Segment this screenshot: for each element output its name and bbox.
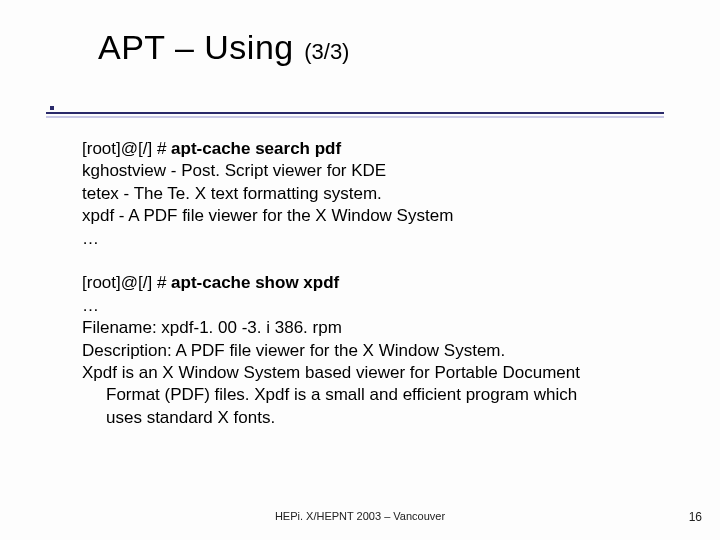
command-text: apt-cache search pdf — [171, 139, 341, 158]
slide-title-wrap: APT – Using (3/3) — [98, 28, 349, 67]
slide-body: [root]@[/] # apt-cache search pdf kghost… — [82, 138, 672, 451]
output-line: Description: A PDF file viewer for the X… — [82, 340, 672, 362]
output-line: xpdf - A PDF file viewer for the X Windo… — [82, 205, 672, 227]
output-line: Format (PDF) files. Xpdf is a small and … — [82, 384, 672, 406]
title-rule — [46, 112, 664, 118]
slide-footer: HEPi. X/HEPNT 2003 – Vancouver — [0, 510, 720, 522]
bullet-icon — [50, 106, 54, 110]
output-line: Filename: xpdf-1. 00 -3. i 386. rpm — [82, 317, 672, 339]
command-text: apt-cache show xpdf — [171, 273, 339, 292]
page-number: 16 — [689, 510, 702, 524]
code-block-2: [root]@[/] # apt-cache show xpdf … Filen… — [82, 272, 672, 429]
output-line: Xpdf is an X Window System based viewer … — [82, 362, 672, 384]
output-line: tetex - The Te. X text formatting system… — [82, 183, 672, 205]
prompt-text: [root]@[/] # — [82, 139, 171, 158]
output-line: kghostview - Post. Script viewer for KDE — [82, 160, 672, 182]
code-block-1: [root]@[/] # apt-cache search pdf kghost… — [82, 138, 672, 250]
prompt-text: [root]@[/] # — [82, 273, 171, 292]
output-line: … — [82, 295, 672, 317]
slide-title: APT – Using — [98, 28, 294, 66]
output-line: uses standard X fonts. — [82, 407, 672, 429]
output-line: … — [82, 228, 672, 250]
slide-title-count: (3/3) — [304, 39, 349, 64]
